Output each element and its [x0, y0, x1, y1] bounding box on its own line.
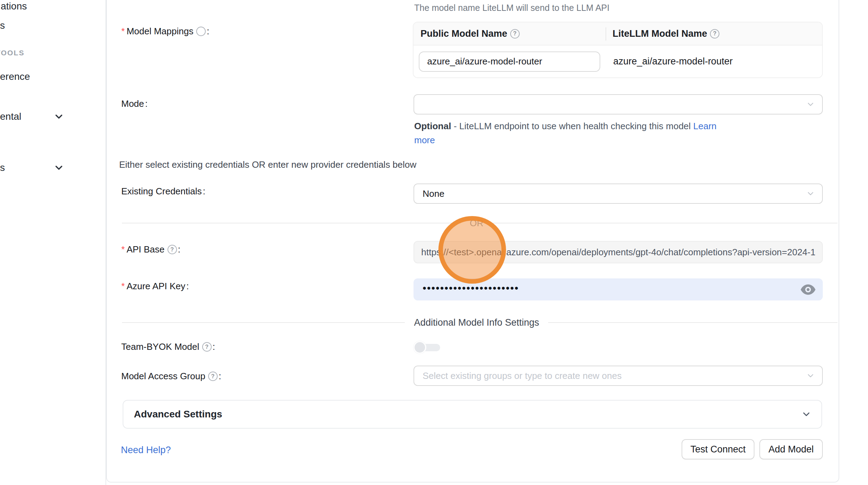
model-mappings-label: * Model Mappings : : — [121, 26, 209, 37]
sidebar-item-s1[interactable]: s — [0, 20, 5, 31]
model-access-group-label: Model Access Group ? : — [121, 371, 221, 382]
required-mark: * — [121, 281, 125, 292]
sidebar-item-s2[interactable]: s — [0, 162, 70, 173]
api-base-value: https://<test>.openai.azure.com/openai/d… — [421, 247, 815, 258]
add-model-page: ations s TOOLS erence ental s The model … — [0, 0, 868, 485]
sidebar: ations s TOOLS erence ental s — [0, 0, 106, 485]
mode-select[interactable] — [414, 94, 823, 115]
advanced-settings-title: Advanced Settings — [134, 409, 222, 420]
help-icon[interactable]: ? — [710, 29, 719, 39]
model-mappings-table-row: azure_ai/azure-model-router — [414, 46, 822, 77]
team-byok-toggle[interactable] — [414, 341, 441, 354]
mode-label: Mode : — [121, 98, 148, 109]
existing-credentials-label: Existing Credentials : — [121, 186, 205, 197]
sidebar-item-label: ental — [0, 111, 21, 122]
sidebar-section-label: TOOLS — [0, 49, 25, 57]
model-mappings-table: Public Model Name ? LiteLLM Model Name ?… — [413, 22, 823, 78]
advanced-settings-panel[interactable]: Advanced Settings — [123, 400, 822, 429]
azure-api-key-masked-value: •••••••••••••••••••••• — [423, 282, 519, 294]
model-mappings-table-header: Public Model Name ? LiteLLM Model Name ? — [414, 22, 822, 46]
azure-api-key-label: * Azure API Key : — [121, 281, 189, 292]
public-model-name-header: Public Model Name ? — [414, 22, 606, 45]
model-access-group-placeholder: Select existing groups or type to create… — [423, 370, 622, 381]
sidebar-item-organizations[interactable]: ations — [1, 1, 27, 12]
existing-credentials-select[interactable]: None — [414, 183, 823, 204]
add-model-button[interactable]: Add Model — [759, 439, 823, 459]
help-icon[interactable]: : — [196, 27, 206, 36]
litellm-model-name-value: azure_ai/azure-model-router — [613, 56, 733, 67]
required-mark: * — [121, 244, 125, 255]
team-byok-label: Team-BYOK Model ? : — [121, 341, 215, 352]
sidebar-item-label: s — [0, 20, 5, 31]
sidebar-item-label: s — [0, 162, 5, 173]
chevron-down-icon — [806, 100, 815, 109]
litellm-model-name-help: The model name LiteLLM will send to the … — [414, 3, 609, 13]
chevron-down-icon — [53, 162, 64, 173]
eye-icon[interactable] — [800, 284, 816, 296]
sidebar-item-label: ations — [1, 1, 27, 12]
sidebar-section-tools: TOOLS — [0, 49, 25, 57]
api-base-input[interactable]: https://<test>.openai.azure.com/openai/d… — [414, 241, 823, 263]
mode-help-text: Optional - LiteLLM endpoint to use when … — [414, 119, 793, 147]
help-icon[interactable]: ? — [208, 372, 218, 381]
chevron-down-icon — [806, 371, 815, 380]
public-model-name-input[interactable] — [419, 51, 600, 72]
model-access-group-select[interactable]: Select existing groups or type to create… — [414, 366, 823, 386]
chevron-down-icon — [53, 111, 64, 122]
required-mark: * — [121, 26, 125, 37]
azure-api-key-input[interactable]: •••••••••••••••••••••• — [414, 278, 823, 300]
api-base-label: * API Base ? : — [121, 244, 180, 255]
chevron-down-icon — [806, 189, 815, 198]
existing-credentials-value: None — [423, 188, 444, 199]
toggle-knob — [414, 341, 426, 354]
sidebar-item-experimental[interactable]: ental — [0, 111, 70, 122]
help-icon[interactable]: ? — [168, 245, 177, 254]
need-help-link[interactable]: Need Help? — [121, 445, 171, 456]
litellm-model-name-header: LiteLLM Model Name ? — [606, 22, 822, 45]
chevron-down-icon — [801, 409, 812, 420]
or-divider-text: OR — [461, 218, 493, 229]
sidebar-item-inference[interactable]: erence — [0, 71, 30, 82]
credentials-note: Either select existing credentials OR en… — [119, 159, 416, 170]
help-icon[interactable]: ? — [510, 29, 520, 39]
help-icon[interactable]: ? — [202, 342, 212, 352]
test-connect-button[interactable]: Test Connect — [682, 439, 754, 459]
info-divider-text: Additional Model Info Settings — [405, 317, 548, 328]
sidebar-item-label: erence — [0, 71, 30, 82]
